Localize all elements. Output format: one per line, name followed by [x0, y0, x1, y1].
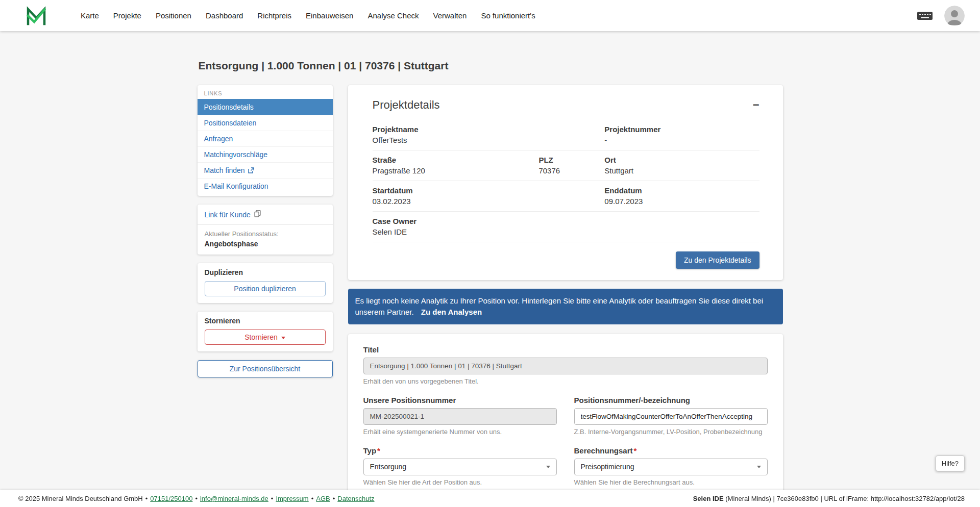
- analytics-banner: Es liegt noch keine Analytik zu Ihrer Po…: [348, 289, 783, 324]
- berechnungsart-field: Berechnungsart* Preisoptimierung Wählen …: [574, 446, 768, 486]
- nav-item-analyse-check[interactable]: Analyse Check: [368, 11, 419, 20]
- position-overview-button[interactable]: Zur Positionsübersicht: [198, 360, 333, 377]
- main-nav: Karte Projekte Positionen Dashboard Rich…: [81, 11, 917, 20]
- positionsnummer-input: [363, 408, 557, 425]
- collapse-icon[interactable]: −: [753, 99, 760, 111]
- footer-session-info: Selen IDE (Mineral Minds) | 7ce360e83fb0…: [693, 495, 965, 502]
- bezeichnung-label: Positionsnummer/-bezeichnung: [574, 396, 768, 404]
- nav-item-richtpreis[interactable]: Richtpreis: [257, 11, 291, 20]
- banner-text: Es liegt noch keine Analytik zu Ihrer Po…: [355, 296, 764, 316]
- cancel-button-label: Stornieren: [244, 333, 278, 341]
- nav-item-einbauweisen[interactable]: Einbauweisen: [306, 11, 353, 20]
- berechnungsart-select[interactable]: Preisoptimierung: [574, 459, 768, 475]
- copy-icon: [254, 210, 261, 219]
- sidebar-item-label: Positionsdetails: [204, 103, 254, 111]
- main-content: Entsorgung | 1.000 Tonnen | 01 | 70376 |…: [198, 60, 783, 507]
- sidebar-item-positionsdetails[interactable]: Positionsdetails: [198, 99, 333, 115]
- top-nav: Karte Projekte Positionen Dashboard Rich…: [0, 0, 980, 31]
- nav-item-positionen[interactable]: Positionen: [156, 11, 191, 20]
- duplicate-header: Duplizieren: [205, 268, 326, 276]
- field-enddatum: Enddatum 09.07.2023: [604, 186, 759, 206]
- typ-help: Wählen Sie hier die Art der Position aus…: [363, 478, 557, 486]
- caret-down-icon: [757, 466, 761, 468]
- sidebar-item-label: Match finden: [204, 166, 245, 174]
- duplicate-card: Duplizieren Position duplizieren: [198, 263, 333, 303]
- berechnungsart-help: Wählen Sie hier die Berechnungsart aus.: [574, 478, 768, 486]
- titel-label: Titel: [363, 345, 768, 354]
- footer-user: Selen IDE: [693, 495, 724, 502]
- customer-link-label: Link für Kunde: [205, 211, 251, 219]
- typ-field: Typ* Entsorgung Wählen Sie hier die Art …: [363, 446, 557, 486]
- field-projektname: Projektname OfferTests: [373, 125, 539, 144]
- page-title: Entsorgung | 1.000 Tonnen | 01 | 70376 |…: [199, 60, 783, 72]
- duplicate-position-button[interactable]: Position duplizieren: [205, 281, 326, 296]
- help-button[interactable]: Hilfe?: [936, 455, 965, 471]
- links-header: Links: [198, 85, 333, 99]
- positionsnummer-label: Unsere Positionsnummer: [363, 396, 557, 404]
- cancel-header: Stornieren: [205, 317, 326, 325]
- titel-help: Erhält den von uns vorgegebenen Titel.: [363, 377, 768, 385]
- impressum-link[interactable]: Impressum: [276, 495, 308, 502]
- mineral-minds-logo[interactable]: [26, 5, 47, 27]
- field-plz: PLZ 70376: [538, 156, 604, 175]
- sidebar-item-match-finden[interactable]: Match finden: [198, 162, 333, 178]
- typ-select[interactable]: Entsorgung: [363, 459, 557, 475]
- cancel-dropdown-button[interactable]: Stornieren: [205, 329, 326, 345]
- sidebar-item-anfragen[interactable]: Anfragen: [198, 131, 333, 146]
- agb-link[interactable]: AGB: [316, 495, 330, 502]
- berechnungsart-label: Berechnungsart*: [574, 446, 768, 455]
- keyboard-icon[interactable]: [917, 10, 933, 21]
- bezeichnung-field: Positionsnummer/-bezeichnung Z.B. Intern…: [574, 396, 768, 436]
- nav-right: [917, 6, 965, 26]
- sidebar-item-positionsdateien[interactable]: Positionsdateien: [198, 115, 333, 131]
- positionsnummer-field: Unsere Positionsnummer Erhält eine syste…: [363, 396, 557, 436]
- field-case-owner: Case Owner Selen IDE: [373, 217, 539, 236]
- position-form-card: Titel Erhält den von uns vorgegebenen Ti…: [348, 334, 783, 507]
- analyses-link[interactable]: Zu den Analysen: [421, 308, 482, 316]
- project-details-title: Projektdetails: [373, 98, 440, 112]
- status-label: Aktueller Positionsstatus:: [205, 230, 326, 238]
- nav-item-karte[interactable]: Karte: [81, 11, 99, 20]
- sidebar-item-email-konfiguration[interactable]: E-Mail Konfiguration: [198, 178, 333, 194]
- footer-left: © 2025 Mineral Minds Deutschland GmbH • …: [18, 495, 375, 502]
- phone-link[interactable]: 07151/250100: [150, 495, 192, 502]
- customer-link[interactable]: Link für Kunde: [198, 205, 333, 225]
- bezeichnung-input[interactable]: [574, 408, 768, 425]
- field-projektnummer: Projektnummer -: [604, 125, 759, 144]
- field-startdatum: Startdatum 03.02.2023: [373, 186, 539, 206]
- status-card: Link für Kunde Aktueller Positionsstatus…: [198, 205, 333, 255]
- typ-label: Typ*: [363, 446, 557, 455]
- field-ort: Ort Stuttgart: [604, 156, 759, 175]
- main-column: Projektdetails − Projektname OfferTests …: [348, 85, 783, 507]
- sidebar-item-matchingvorschlaege[interactable]: Matchingvorschläge: [198, 146, 333, 162]
- nav-item-projekte[interactable]: Projekte: [113, 11, 141, 20]
- status-value: Angebotsphase: [205, 240, 326, 248]
- sidebar-item-label: Positionsdateien: [204, 119, 257, 127]
- sidebar-item-label: E-Mail Konfiguration: [204, 182, 268, 190]
- copyright-text: © 2025 Mineral Minds Deutschland GmbH: [18, 495, 143, 502]
- links-card: Links Positionsdetails Positionsdateien …: [198, 85, 333, 196]
- nav-item-dashboard[interactable]: Dashboard: [206, 11, 243, 20]
- required-marker: *: [377, 446, 380, 455]
- sidebar: Links Positionsdetails Positionsdateien …: [198, 85, 333, 377]
- email-link[interactable]: info@mineral-minds.de: [200, 495, 268, 502]
- titel-field: Titel Erhält den von uns vorgegebenen Ti…: [363, 345, 768, 385]
- required-marker: *: [634, 446, 637, 455]
- caret-down-icon: [546, 466, 550, 468]
- sidebar-item-label: Anfragen: [204, 135, 233, 143]
- sidebar-item-label: Matchingvorschläge: [204, 150, 268, 159]
- field-strasse: Straße Pragstraße 120: [373, 156, 539, 175]
- datenschutz-link[interactable]: Datenschutz: [337, 495, 374, 502]
- positionsnummer-help: Erhält eine systemgenerierte Nummer von …: [363, 428, 557, 436]
- nav-item-so-funktionierts[interactable]: So funktioniert's: [481, 11, 535, 20]
- position-status: Aktueller Positionsstatus: Angebotsphase: [198, 225, 333, 255]
- footer: © 2025 Mineral Minds Deutschland GmbH • …: [0, 490, 980, 507]
- cancel-card: Stornieren Stornieren: [198, 312, 333, 351]
- project-details-card: Projektdetails − Projektname OfferTests …: [348, 85, 783, 280]
- nav-item-verwalten[interactable]: Verwalten: [433, 11, 467, 20]
- avatar[interactable]: [944, 6, 965, 26]
- project-fields: Projektname OfferTests Projektnummer - S…: [373, 120, 760, 242]
- typ-select-value: Entsorgung: [370, 463, 407, 471]
- project-details-button[interactable]: Zu den Projektdetails: [676, 251, 760, 269]
- titel-input: [363, 358, 768, 374]
